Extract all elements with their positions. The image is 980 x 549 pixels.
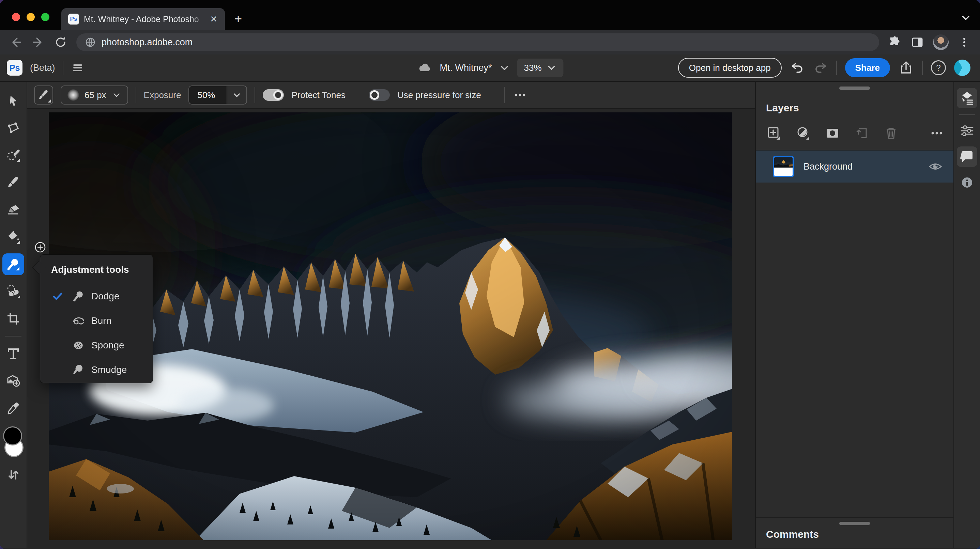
tools-sidebar (0, 82, 27, 548)
dodge-icon (69, 289, 88, 303)
flyout-title: Adjustment tools (40, 264, 153, 275)
new-tab-button[interactable]: + (234, 12, 242, 25)
adjustment-tools-flyout: Adjustment tools Dodge (40, 254, 153, 383)
cloud-sync-icon (417, 61, 433, 75)
flyout-item-label: Smudge (91, 364, 127, 375)
extensions-puzzle-icon[interactable] (888, 35, 902, 49)
flyout-indicator (48, 99, 51, 103)
protect-tones-toggle[interactable] (263, 89, 284, 101)
color-swatches[interactable] (2, 427, 24, 459)
layers-panel: Layers (755, 82, 953, 548)
layers-panel-tab-icon[interactable] (957, 88, 977, 108)
foreground-color-swatch[interactable] (3, 427, 22, 446)
flyout-item-smudge[interactable]: Smudge (40, 358, 153, 382)
add-layer-icon[interactable] (766, 125, 782, 141)
layer-visibility-eye-icon[interactable] (928, 159, 943, 175)
tool-eyedropper[interactable] (0, 394, 27, 422)
info-icon[interactable] (957, 172, 977, 193)
brush-cursor-crosshair-icon (34, 241, 46, 253)
properties-sliders-icon[interactable] (957, 121, 977, 141)
flyout-item-dodge[interactable]: Dodge (40, 284, 153, 309)
swap-colors-icon[interactable] (0, 461, 27, 489)
comments-panel-title: Comments (766, 528, 953, 540)
divider (836, 60, 837, 75)
delete-layer-trash-icon[interactable] (883, 125, 899, 141)
open-in-desktop-app-button[interactable]: Open in desktop app (678, 58, 782, 78)
tool-dodge[interactable] (0, 251, 27, 278)
more-options-ellipsis-icon[interactable] (512, 87, 528, 103)
beta-label: (Beta) (30, 63, 55, 73)
browser-titlebar: Ps Mt. Whitney - Adobe Photosho ✕ + (0, 0, 980, 30)
exposure-value: 50% (189, 86, 227, 104)
panel-drag-handle[interactable] (839, 522, 870, 525)
comments-panel: Comments (756, 517, 953, 548)
tool-brush[interactable] (0, 169, 27, 196)
layers-panel-actions (766, 125, 945, 141)
layer-thumbnail[interactable] (773, 156, 794, 177)
undo-icon[interactable] (790, 60, 805, 75)
side-panel-icon[interactable] (910, 35, 924, 49)
main-menu-hamburger-icon[interactable] (71, 61, 84, 75)
divider (255, 87, 255, 103)
tool-healing[interactable] (0, 278, 27, 305)
browser-menu-kebab-icon[interactable] (958, 35, 971, 49)
use-pressure-label: Use pressure for size (397, 90, 481, 100)
protect-tones-label: Protect Tones (291, 90, 345, 100)
tab-search-chevron-icon[interactable] (959, 11, 972, 24)
ps-app-header: Ps (Beta) Mt. Whitney* 33% Open in deskt… (0, 54, 980, 82)
tool-fill[interactable] (0, 224, 27, 251)
tab-close-icon[interactable]: ✕ (208, 14, 219, 24)
toggle-knob (370, 90, 379, 100)
back-icon[interactable] (9, 35, 22, 49)
tool-eraser[interactable] (0, 196, 27, 224)
brush-tip-button[interactable] (34, 86, 53, 105)
browser-tab[interactable]: Ps Mt. Whitney - Adobe Photosho ✕ (61, 8, 225, 30)
minimize-window-button[interactable] (27, 13, 35, 21)
address-bar[interactable]: photoshop.adobe.com (76, 33, 879, 51)
comments-panel-tab-icon[interactable] (957, 146, 977, 167)
exposure-combo[interactable]: 50% (188, 86, 247, 105)
zoom-level-dropdown[interactable]: 33% (517, 59, 563, 77)
redo-icon[interactable] (813, 60, 828, 75)
checkmark-icon (40, 290, 69, 302)
tool-move[interactable] (0, 87, 27, 114)
right-panel-strip (953, 82, 980, 548)
browser-profile-avatar[interactable] (933, 34, 949, 50)
adjustment-layer-icon[interactable] (795, 125, 811, 141)
divider (135, 87, 136, 103)
clipping-mask-icon[interactable] (854, 125, 870, 141)
close-window-button[interactable] (12, 13, 20, 21)
canvas-workspace[interactable]: Adjustment tools Dodge (27, 109, 755, 548)
exposure-dropdown-button[interactable] (227, 86, 247, 104)
flyout-item-label: Sponge (91, 340, 124, 351)
brush-size-value: 65 px (84, 90, 106, 100)
help-icon[interactable]: ? (931, 60, 946, 75)
tool-crop[interactable] (0, 305, 27, 332)
tool-place-image[interactable] (0, 367, 27, 394)
document-title[interactable]: Mt. Whitney* (439, 63, 492, 73)
panel-drag-handle[interactable] (839, 87, 870, 90)
layers-more-ellipsis-icon[interactable] (929, 125, 945, 141)
share-button[interactable]: Share (845, 58, 890, 77)
chevron-down-icon (112, 90, 121, 100)
layer-thumbnail-image (774, 157, 792, 168)
flyout-item-sponge[interactable]: Sponge (40, 333, 153, 358)
flyout-item-burn[interactable]: Burn (40, 309, 153, 333)
export-icon[interactable] (898, 60, 914, 76)
brush-size-dropdown[interactable]: 65 px (60, 86, 128, 105)
reload-icon[interactable] (54, 35, 67, 49)
tool-type[interactable] (0, 340, 27, 367)
layer-mask-icon[interactable] (825, 125, 840, 141)
divider (959, 114, 975, 115)
divider (504, 87, 505, 103)
forward-icon[interactable] (31, 35, 45, 49)
layer-row-background[interactable]: Background (756, 151, 953, 182)
document-chevron-icon[interactable] (499, 62, 511, 73)
zoom-window-button[interactable] (41, 13, 49, 21)
tool-quick-select[interactable] (0, 142, 27, 169)
ps-account-avatar[interactable] (954, 60, 970, 76)
tab-title: Mt. Whitney - Adobe Photosho (84, 14, 208, 24)
layers-panel-empty-area (756, 182, 953, 517)
tool-lasso[interactable] (0, 114, 27, 142)
use-pressure-toggle[interactable] (369, 89, 390, 101)
